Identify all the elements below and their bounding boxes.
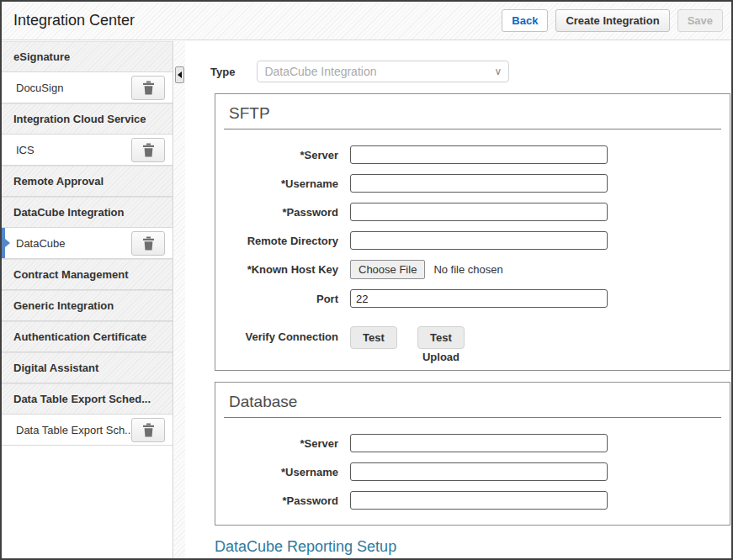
sidebar-item-label: DocuSign bbox=[16, 82, 63, 94]
sidebar-item-label: ICS bbox=[16, 144, 35, 156]
database-panel: Database *Server *Username *Password bbox=[215, 382, 730, 526]
field-label: *Username bbox=[215, 466, 350, 478]
sidebar-item-label: Data Table Export Sch... bbox=[16, 424, 134, 436]
field-label: *Server bbox=[215, 149, 350, 161]
file-status-text: No file chosen bbox=[433, 263, 502, 276]
field-row-password: *Password bbox=[215, 491, 730, 510]
sidebar-group-label: Remote Approval bbox=[13, 175, 104, 188]
delete-integration-button[interactable] bbox=[131, 231, 165, 256]
field-label: *Known Host Key bbox=[215, 263, 350, 276]
server-input[interactable] bbox=[350, 434, 608, 452]
server-input[interactable] bbox=[350, 145, 608, 164]
selected-indicator bbox=[2, 228, 5, 258]
back-button[interactable]: Back bbox=[502, 9, 548, 33]
file-control: Choose File No file chosen bbox=[350, 260, 503, 279]
test-upload-group: Test Upload bbox=[417, 326, 465, 363]
sidebar-group-contract-management[interactable]: Contract Management bbox=[2, 259, 173, 290]
field-row-port: Port bbox=[215, 289, 730, 308]
delete-integration-button[interactable] bbox=[131, 418, 165, 442]
database-panel-title: Database bbox=[215, 383, 730, 417]
sidebar-group-label: Integration Cloud Service bbox=[13, 113, 146, 125]
test-connection-button[interactable]: Test bbox=[350, 326, 397, 349]
password-input[interactable] bbox=[350, 491, 608, 510]
trash-icon bbox=[142, 143, 155, 157]
divider bbox=[224, 417, 721, 418]
sidebar-item-docusign[interactable]: DocuSign bbox=[2, 72, 173, 103]
field-row-remote-directory: Remote Directory bbox=[215, 231, 730, 250]
field-label: *Server bbox=[215, 437, 350, 450]
sidebar-group-integration-cloud-service[interactable]: Integration Cloud Service bbox=[2, 103, 173, 135]
field-row-known-host-key: *Known Host Key Choose File No file chos… bbox=[215, 260, 730, 279]
sftp-panel-title: SFTP bbox=[215, 94, 730, 129]
remote-directory-input[interactable] bbox=[350, 231, 608, 250]
field-row-server: *Server bbox=[215, 145, 730, 164]
header-actions: Back Create Integration Save bbox=[502, 9, 723, 33]
field-label: Remote Directory bbox=[215, 235, 350, 247]
verify-connection-row: Verify Connection Test Test Upload bbox=[215, 326, 730, 363]
sidebar-group-label: Contract Management bbox=[13, 268, 129, 281]
save-button: Save bbox=[677, 9, 723, 33]
trash-icon bbox=[142, 236, 155, 251]
sidebar-group-label: Data Table Export Sched... bbox=[13, 393, 151, 405]
port-input[interactable] bbox=[350, 289, 608, 308]
datacube-reporting-setup-link[interactable]: DataCube Reporting Setup bbox=[215, 538, 396, 556]
chevron-down-icon: ∨ bbox=[495, 66, 502, 77]
trash-icon bbox=[142, 81, 155, 95]
field-label: Port bbox=[215, 293, 350, 305]
sidebar-group-remote-approval[interactable]: Remote Approval bbox=[2, 166, 173, 197]
sidebar-group-label: DataCube Integration bbox=[13, 206, 124, 219]
sidebar-group-generic-integration[interactable]: Generic Integration bbox=[2, 290, 173, 321]
divider bbox=[224, 129, 721, 129]
sidebar-group-digital-assistant[interactable]: Digital Assistant bbox=[2, 352, 173, 383]
verify-connection-label: Verify Connection bbox=[215, 330, 350, 343]
type-field-row: Type DataCube Integration ∨ bbox=[210, 61, 731, 82]
sidebar-group-authentication-certificate[interactable]: Authentication Certificate bbox=[2, 321, 173, 352]
type-dropdown[interactable]: DataCube Integration ∨ bbox=[257, 61, 509, 82]
integration-center-window: Integration Center Back Create Integrati… bbox=[0, 0, 733, 560]
type-dropdown-value: DataCube Integration bbox=[264, 65, 376, 78]
field-row-server: *Server bbox=[215, 434, 730, 452]
sidebar-item-label: DataCube bbox=[16, 237, 66, 250]
field-label: *Username bbox=[215, 177, 350, 190]
create-integration-button[interactable]: Create Integration bbox=[555, 9, 669, 33]
username-input[interactable] bbox=[350, 462, 608, 481]
collapse-sidebar-handle[interactable] bbox=[175, 66, 184, 83]
sidebar-group-label: Authentication Certificate bbox=[13, 330, 146, 343]
main-content: Type DataCube Integration ∨ SFTP *Server… bbox=[185, 41, 731, 558]
test-upload-button[interactable]: Test bbox=[417, 326, 465, 349]
database-fields: *Server *Username *Password bbox=[215, 434, 730, 510]
password-input[interactable] bbox=[350, 203, 608, 221]
field-row-password: *Password bbox=[215, 203, 730, 221]
delete-integration-button[interactable] bbox=[131, 138, 165, 162]
field-row-username: *Username bbox=[215, 462, 730, 481]
sidebar-group-label: Generic Integration bbox=[13, 299, 114, 312]
collapse-left-icon bbox=[178, 71, 182, 78]
sftp-fields: *Server *Username *Password Remote Direc… bbox=[215, 145, 730, 308]
page-header: Integration Center Back Create Integrati… bbox=[2, 2, 731, 40]
username-input[interactable] bbox=[350, 174, 608, 193]
sidebar-list: eSignature DocuSign Integration Cloud Se… bbox=[2, 41, 173, 446]
choose-file-button[interactable]: Choose File bbox=[350, 260, 425, 279]
page-title: Integration Center bbox=[13, 12, 135, 29]
upload-caption: Upload bbox=[422, 351, 459, 363]
type-label: Type bbox=[210, 66, 235, 78]
sidebar-item-data-table-export-sch[interactable]: Data Table Export Sch... bbox=[2, 415, 173, 446]
sidebar-group-datacube-integration[interactable]: DataCube Integration bbox=[2, 197, 173, 228]
sidebar-item-datacube[interactable]: DataCube bbox=[2, 228, 173, 259]
sidebar-group-data-table-export-sched[interactable]: Data Table Export Sched... bbox=[2, 383, 173, 415]
integration-sidebar: eSignature DocuSign Integration Cloud Se… bbox=[2, 41, 173, 558]
delete-integration-button[interactable] bbox=[131, 76, 165, 100]
sidebar-group-esignature[interactable]: eSignature bbox=[2, 41, 173, 72]
sidebar-item-ics[interactable]: ICS bbox=[2, 135, 173, 166]
sidebar-group-label: eSignature bbox=[13, 50, 70, 63]
panel-splitter[interactable] bbox=[174, 41, 185, 558]
sidebar-group-label: Digital Assistant bbox=[13, 362, 98, 374]
trash-icon bbox=[142, 423, 155, 437]
field-row-username: *Username bbox=[215, 174, 730, 193]
sftp-panel: SFTP *Server *Username *Password Remote … bbox=[215, 93, 730, 371]
field-label: *Password bbox=[215, 494, 350, 507]
field-label: *Password bbox=[215, 206, 350, 219]
